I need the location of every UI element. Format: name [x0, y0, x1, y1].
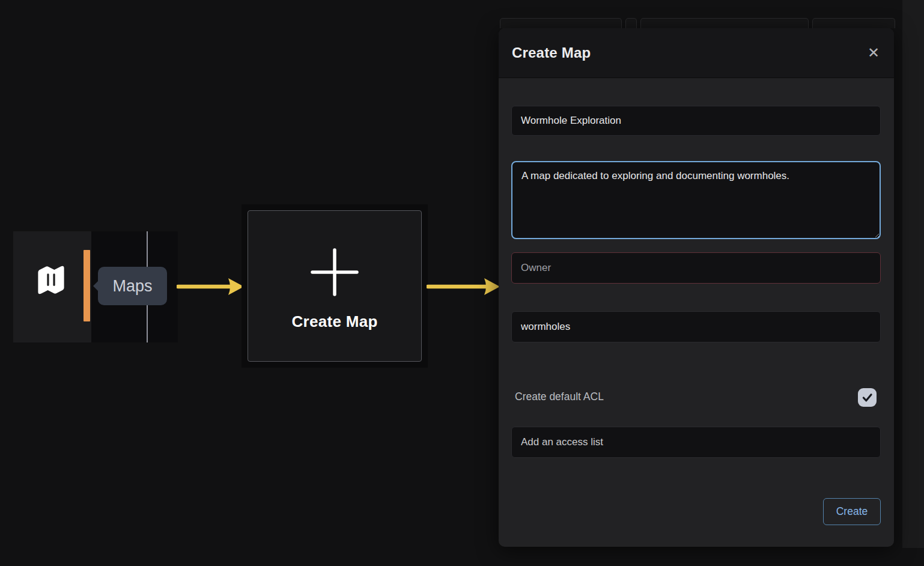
backdrop-element: [812, 18, 895, 28]
backdrop-element: [640, 18, 809, 28]
checkmark-icon: [861, 391, 874, 404]
flow-arrow-1: [177, 276, 244, 297]
map-name-input[interactable]: [511, 106, 881, 136]
acl-checkbox[interactable]: [858, 388, 877, 407]
sidebar-snippet: Maps: [13, 231, 178, 342]
create-default-acl-label: Create default ACL: [515, 391, 604, 403]
close-icon[interactable]: ✕: [868, 46, 880, 60]
backdrop-element: [500, 18, 622, 28]
backdrop-right-strip: [902, 0, 924, 548]
tutorial-canvas: Maps Create Map Create Map ✕ A map dedic…: [0, 0, 924, 566]
map-icon[interactable]: [35, 262, 67, 298]
owner-input[interactable]: [511, 252, 881, 284]
modal-header: Create Map ✕: [499, 28, 894, 78]
active-nav-indicator: [84, 250, 90, 321]
backdrop-element: [625, 18, 637, 28]
create-map-modal: Create Map ✕ A map dedicated to explorin…: [499, 28, 894, 547]
tags-input[interactable]: [511, 311, 881, 342]
create-button[interactable]: Create: [823, 498, 881, 525]
map-description-textarea[interactable]: A map dedicated to exploring and documen…: [511, 161, 881, 239]
create-map-card-label: Create Map: [248, 312, 421, 331]
modal-title: Create Map: [512, 44, 591, 61]
create-map-card[interactable]: Create Map: [248, 210, 422, 362]
flow-arrow-2: [427, 276, 500, 297]
plus-icon: [311, 248, 359, 296]
access-list-input[interactable]: [511, 427, 881, 458]
tooltip-arrow: [93, 281, 99, 291]
maps-tooltip[interactable]: Maps: [98, 267, 167, 305]
maps-tooltip-label: Maps: [112, 277, 152, 296]
create-map-card-frame: Create Map: [242, 204, 428, 368]
